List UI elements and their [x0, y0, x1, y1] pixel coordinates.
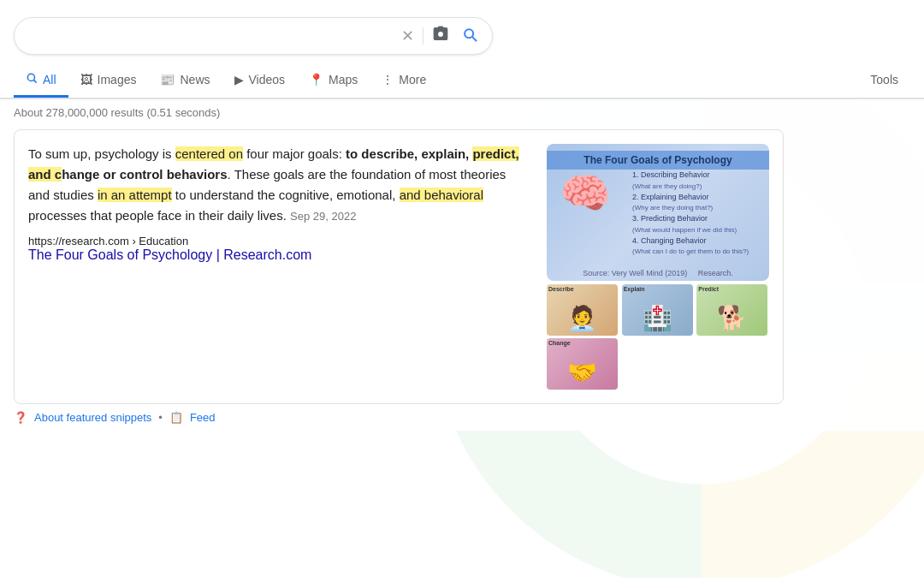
snippet-text-area: To sum up, psychology is centered on fou… — [28, 144, 530, 390]
top-bar: what are the four goals of psychology ✕ — [0, 0, 924, 99]
feedback-icon: 📋 — [169, 411, 183, 424]
image-list: 1. Describing Behavior (What are they do… — [632, 170, 762, 257]
brain-icon: 🧠 — [560, 170, 611, 217]
about-snippets-link[interactable]: About featured snippets — [34, 411, 151, 424]
search-input[interactable]: what are the four goals of psychology — [28, 28, 401, 44]
thumb-explain[interactable]: Explain 🏥 — [622, 284, 693, 336]
tab-more[interactable]: ⋮ More — [370, 64, 438, 98]
camera-icon[interactable] — [432, 26, 449, 47]
thumb-3-label: Predict — [698, 286, 719, 292]
more-dots-icon: ⋮ — [382, 73, 394, 86]
maps-icon: 📍 — [309, 73, 323, 86]
snippet-date: Sep 29, 2022 — [290, 210, 356, 223]
results-count: About 278,000,000 results (0.51 seconds) — [14, 106, 910, 119]
snippet-images: The Four Goals of Psychology 🧠 1. Descri… — [547, 144, 769, 390]
clear-icon[interactable]: ✕ — [401, 27, 414, 45]
divider — [423, 27, 424, 45]
thumb-2-label: Explain — [624, 286, 645, 292]
nav-tabs: All 🖼 Images 📰 News ▶ Videos 📍 Maps ⋮ Mo… — [0, 63, 924, 98]
question-icon: ❓ — [14, 411, 27, 424]
videos-icon: ▶ — [234, 73, 244, 86]
tab-tools[interactable]: Tools — [858, 64, 910, 98]
tab-maps[interactable]: 📍 Maps — [297, 64, 370, 98]
image-source-text: Source: Very Well Mind (2019) Research. — [547, 269, 769, 277]
tab-more-label: More — [399, 73, 426, 86]
thumb-predict[interactable]: Predict 🐕 — [696, 284, 767, 336]
tab-images-label: Images — [98, 73, 137, 86]
tab-videos[interactable]: ▶ Videos — [222, 64, 298, 98]
images-icon: 🖼 — [80, 73, 92, 86]
source-link[interactable]: The Four Goals of Psychology | Research.… — [28, 247, 311, 262]
tab-news[interactable]: 📰 News — [148, 64, 222, 98]
search-icons: ✕ — [401, 26, 478, 47]
tab-videos-label: Videos — [249, 73, 286, 86]
tab-all[interactable]: All — [14, 63, 68, 98]
thumb-1-label: Describe — [548, 286, 574, 292]
thumbnail-grid: Describe 🧑‍💼 Explain 🏥 Predict 🐕 Change … — [547, 284, 769, 390]
thumb-change[interactable]: Change 🤝 — [547, 338, 618, 390]
search-icon[interactable] — [461, 26, 478, 47]
tab-images[interactable]: 🖼 Images — [68, 64, 149, 98]
snippet-main-image[interactable]: The Four Goals of Psychology 🧠 1. Descri… — [547, 144, 769, 281]
tab-tools-label: Tools — [870, 73, 898, 86]
thumb-4-label: Change — [548, 340, 571, 346]
news-icon: 📰 — [160, 73, 175, 86]
dot-separator: • — [158, 411, 163, 424]
search-box[interactable]: what are the four goals of psychology ✕ — [14, 17, 493, 55]
search-row: what are the four goals of psychology ✕ — [0, 10, 924, 63]
snippet-pre: To sum up, psychology is centered on fou… — [28, 146, 519, 223]
tab-all-label: All — [43, 73, 56, 86]
tab-maps-label: Maps — [329, 73, 358, 86]
image-card-title: The Four Goals of Psychology — [547, 151, 769, 170]
main-content: what are the four goals of psychology ✕ — [0, 0, 924, 578]
thumb-describe[interactable]: Describe 🧑‍💼 — [547, 284, 618, 336]
source-url: https://research.com › Education — [28, 235, 530, 247]
featured-snippet: To sum up, psychology is centered on fou… — [14, 129, 784, 404]
results-area: About 278,000,000 results (0.51 seconds)… — [0, 99, 924, 431]
tab-news-label: News — [180, 73, 210, 86]
all-icon — [26, 72, 38, 86]
snippet-body: To sum up, psychology is centered on fou… — [28, 144, 530, 226]
feedback-link[interactable]: Feed — [190, 411, 216, 424]
snippets-footer: ❓ About featured snippets • 📋 Feed — [14, 411, 910, 424]
